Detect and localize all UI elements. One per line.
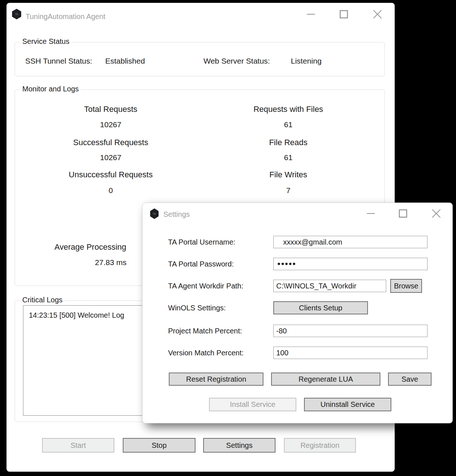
ta-portal-password-input[interactable]: •••••	[273, 258, 428, 270]
app-icon: ta	[150, 208, 159, 219]
ssh-tunnel-status-label: SSH Tunnel Status:	[25, 57, 92, 65]
maximize-button[interactable]	[335, 6, 352, 23]
file-writes-value: 7	[197, 186, 380, 195]
ta-portal-username-label: TA Portal Username:	[168, 236, 235, 248]
maximize-button[interactable]	[395, 205, 411, 222]
project-match-percent-label: Project Match Percent:	[168, 325, 242, 337]
monitor-and-logs-group-label: Monitor and Logs	[20, 85, 81, 93]
close-button[interactable]	[369, 6, 386, 23]
app-icon: ta	[12, 9, 21, 19]
project-match-percent-input[interactable]: -80	[273, 325, 428, 337]
minimize-button[interactable]	[303, 6, 319, 23]
stop-button[interactable]: Stop	[123, 438, 195, 453]
successful-requests-label: Successful Requests	[19, 138, 202, 147]
ta-agent-workdir-path-label: TA Agent Workdir Path:	[168, 280, 243, 292]
close-button[interactable]	[428, 205, 445, 222]
total-requests-value: 10267	[19, 120, 202, 129]
start-button[interactable]: Start	[42, 438, 114, 453]
service-status-group: Service Status SSH Tunnel Status: Establ…	[15, 42, 385, 76]
web-server-status-label: Web Server Status:	[204, 57, 270, 65]
minimize-button[interactable]	[362, 205, 379, 222]
winols-settings-label: WinOLS Settings:	[168, 301, 226, 314]
unsuccessful-requests-value: 0	[19, 186, 202, 195]
file-reads-value: 61	[197, 153, 380, 162]
ta-portal-username-input[interactable]: xxxxx@gmail.com	[273, 236, 428, 248]
clients-setup-button[interactable]: Clients Setup	[273, 301, 368, 314]
settings-window-title: Settings	[163, 210, 190, 219]
install-service-button[interactable]: Install Service	[209, 398, 296, 411]
web-server-status-value: Listening	[291, 57, 322, 65]
ta-portal-password-label: TA Portal Password:	[168, 258, 234, 270]
settings-window: ta Settings TA Portal Username: xxxxx@gm…	[142, 203, 452, 423]
reset-registration-button[interactable]: Reset Registration	[169, 373, 263, 386]
service-status-group-label: Service Status	[20, 37, 72, 46]
version-match-percent-input[interactable]: 100	[273, 347, 428, 359]
file-reads-label: File Reads	[197, 138, 380, 147]
ta-agent-workdir-path-input[interactable]: C:\WINOLS_TA_Workdir	[273, 280, 386, 292]
main-titlebar[interactable]: ta TuningAutomation Agent	[7, 3, 395, 26]
version-match-percent-label: Version Match Percent:	[168, 347, 244, 359]
average-processing-label: Average Processing	[54, 242, 126, 252]
main-window-title: TuningAutomation Agent	[26, 12, 105, 21]
ssh-tunnel-status-value: Established	[105, 57, 145, 65]
browse-button[interactable]: Browse	[390, 279, 422, 293]
requests-with-files-value: 61	[197, 120, 380, 129]
successful-requests-value: 10267	[19, 153, 202, 162]
critical-logs-group-label: Critical Logs	[20, 296, 65, 304]
settings-titlebar[interactable]: ta Settings	[142, 203, 452, 226]
unsuccessful-requests-label: Unsuccessful Requests	[19, 170, 202, 180]
registration-button[interactable]: Registration	[284, 438, 356, 453]
settings-button[interactable]: Settings	[203, 438, 276, 453]
requests-with-files-label: Requests with Files	[197, 105, 380, 114]
file-writes-label: File Writes	[197, 170, 380, 180]
regenerate-lua-button[interactable]: Regenerate LUA	[271, 373, 380, 386]
total-requests-label: Total Requests	[19, 105, 202, 114]
save-button[interactable]: Save	[388, 373, 432, 386]
uninstall-service-button[interactable]: Uninstall Service	[304, 398, 391, 411]
